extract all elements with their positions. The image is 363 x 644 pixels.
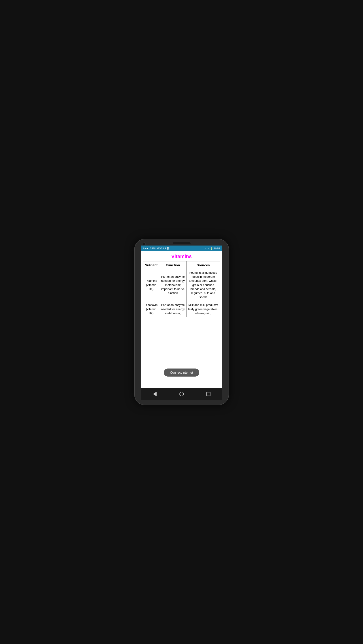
status-left: Idea | BSNL MOBILE 🖼 [143, 247, 170, 250]
recents-icon [206, 392, 210, 396]
phone-camera [143, 242, 146, 246]
page-title: Vitamins [143, 254, 220, 260]
signal-icon-2: ▲ [207, 247, 209, 250]
row2-sources: Milk and milk products; leafy green vege… [186, 301, 220, 317]
row1-function: Part of an enzyme needed for energy meta… [159, 269, 187, 301]
toast-connect-internet[interactable]: Connect internet [164, 368, 199, 376]
phone-bottom-edge [135, 400, 228, 405]
recents-button[interactable] [204, 390, 212, 398]
phone-shell: Idea | BSNL MOBILE 🖼 ▲ ▲ 🔋 10:52 Vitamin… [135, 239, 228, 405]
table-header-row: Nutrient Function Sources [143, 262, 220, 269]
battery-icon: 🔋 [210, 247, 213, 250]
toast-label: Connect internet [170, 371, 193, 374]
home-icon [180, 392, 184, 396]
vitamins-table: Nutrient Function Sources Thiamine(vitam… [143, 261, 220, 317]
time-label: 10:52 [214, 247, 220, 250]
carrier-label: Idea | BSNL MOBILE [143, 247, 166, 250]
status-bar: Idea | BSNL MOBILE 🖼 ▲ ▲ 🔋 10:52 [141, 246, 222, 251]
back-icon [153, 392, 156, 396]
row2-nutrient: Riboflavin(vitamin B2) [143, 301, 159, 317]
phone-top-bar [135, 239, 228, 246]
back-button[interactable] [151, 390, 159, 398]
col-header-sources: Sources [186, 262, 220, 269]
phone-speaker [173, 242, 190, 244]
signal-icon-1: ▲ [204, 247, 206, 250]
app-content: Vitamins Nutrient Function Sources Thiam… [141, 251, 222, 388]
row1-sources: Found in all nutritious foods in moderat… [186, 269, 220, 301]
table-row: Riboflavin(vitamin B2) Part of an enzyme… [143, 301, 220, 317]
navigation-bar [141, 388, 222, 400]
status-right: ▲ ▲ 🔋 10:52 [204, 247, 220, 250]
table-row: Thiamine(vitamin B1) Part of an enzyme n… [143, 269, 220, 301]
col-header-nutrient: Nutrient [143, 262, 159, 269]
row2-function: Part of an enzyme needed for energy meta… [159, 301, 187, 317]
row1-nutrient: Thiamine(vitamin B1) [143, 269, 159, 301]
notification-icon: 🖼 [167, 247, 170, 250]
home-button[interactable] [178, 390, 186, 398]
phone-screen: Idea | BSNL MOBILE 🖼 ▲ ▲ 🔋 10:52 Vitamin… [141, 246, 222, 400]
col-header-function: Function [159, 262, 187, 269]
